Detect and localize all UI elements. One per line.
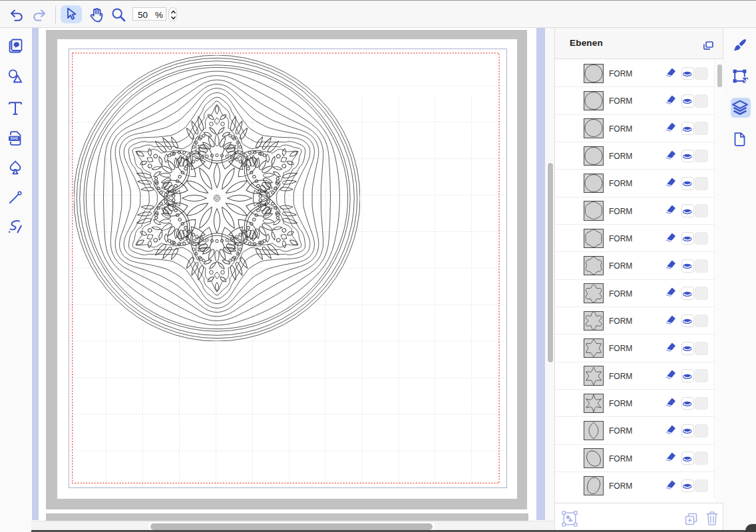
svg-text:SVG: SVG: [11, 136, 19, 140]
